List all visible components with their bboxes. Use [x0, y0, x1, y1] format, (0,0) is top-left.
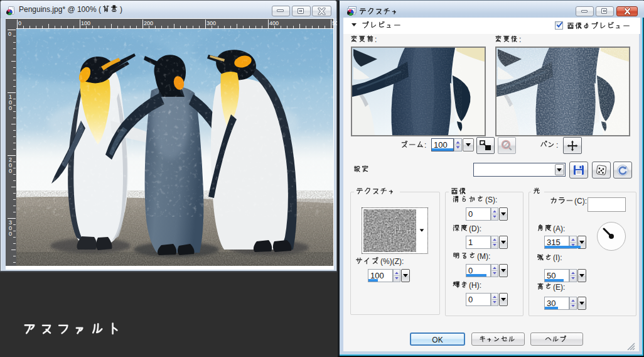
svg-text:300: 300	[207, 20, 216, 26]
svg-text:0: 0	[18, 20, 21, 26]
svg-text:0: 0	[8, 31, 11, 37]
svg-text:0: 0	[9, 231, 12, 237]
svg-text:200: 200	[144, 20, 153, 26]
svg-text:0: 0	[9, 168, 12, 174]
svg-text:100: 100	[81, 20, 90, 26]
svg-text:0: 0	[9, 105, 12, 111]
svg-text:500: 500	[332, 20, 337, 26]
svg-text:400: 400	[269, 20, 279, 26]
